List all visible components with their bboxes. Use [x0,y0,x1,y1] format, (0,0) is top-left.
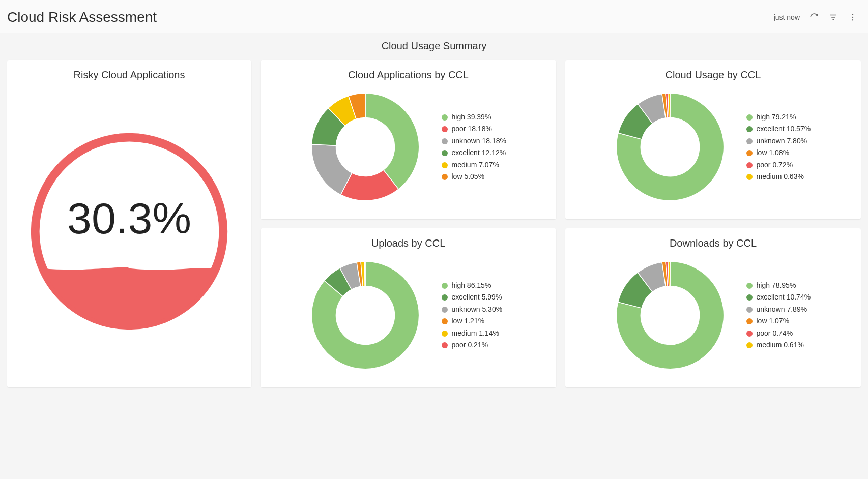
legend-swatch [442,114,448,121]
card-uploads-ccl: Uploads by CCL high 86.15%excellent 5.99… [261,228,556,387]
legend-swatch [746,283,753,289]
legend-item-unknown[interactable]: unknown 7.89% [746,305,818,314]
legend-label: medium 1.14% [452,329,499,338]
legend-swatch [442,138,448,144]
legend-swatch [746,138,753,144]
legend-swatch [746,126,753,132]
legend-item-excellent[interactable]: excellent 10.74% [746,293,818,302]
legend-item-poor[interactable]: poor 0.21% [442,341,513,350]
legend-item-excellent[interactable]: excellent 12.12% [442,148,513,158]
more-icon[interactable] [848,12,858,22]
legend-item-high[interactable]: high 78.95% [746,281,818,290]
legend-swatch [442,150,448,156]
refresh-icon[interactable] [809,12,819,22]
card-downloads-ccl: Downloads by CCL high 78.95%excellent 10… [565,228,861,387]
card-title-uploads-ccl: Uploads by CCL [271,237,546,249]
card-apps-ccl: Cloud Applications by CCL high 39.39%poo… [261,60,556,219]
legend-label: medium 0.63% [757,172,804,182]
legend-label: excellent 10.57% [757,125,811,134]
legend-label: high 39.39% [452,113,491,122]
legend-downloads: high 78.95%excellent 10.74%unknown 7.89%… [746,281,818,350]
card-title-apps-ccl: Cloud Applications by CCL [271,69,546,81]
donut-apps[interactable] [304,86,426,208]
legend-label: low 1.07% [757,317,790,326]
legend-label: unknown 5.30% [452,305,503,314]
legend-swatch [442,294,448,301]
legend-label: poor 0.21% [452,341,488,350]
legend-item-high[interactable]: high 86.15% [442,281,513,290]
legend-swatch [746,294,753,301]
legend-label: medium 7.07% [452,161,499,170]
legend-swatch [746,331,753,337]
gauge-chart[interactable]: 30.3% [22,125,236,338]
legend-label: poor 0.74% [757,329,793,338]
header: Cloud Risk Assessment just now [0,0,868,33]
gauge-fill [43,267,216,325]
legend-item-unknown[interactable]: unknown 18.18% [442,137,513,146]
legend-swatch [442,126,448,132]
legend-label: low 1.21% [452,317,485,326]
legend-item-unknown[interactable]: unknown 7.80% [746,137,818,146]
legend-item-medium[interactable]: medium 7.07% [442,161,513,170]
legend-swatch [746,318,753,324]
legend-label: high 79.21% [757,113,796,122]
legend-item-low[interactable]: low 5.05% [442,172,513,182]
header-actions: just now [774,12,858,22]
legend-usage: high 79.21%excellent 10.57%unknown 7.80%… [746,113,818,182]
legend-item-poor[interactable]: poor 0.74% [746,329,818,338]
donut-uploads[interactable] [304,254,426,376]
card-title-risky-apps: Risky Cloud Applications [17,69,241,81]
legend-swatch [442,331,448,337]
legend-item-high[interactable]: high 79.21% [746,113,818,122]
legend-item-low[interactable]: low 1.07% [746,317,818,326]
legend-item-unknown[interactable]: unknown 5.30% [442,305,513,314]
legend-swatch [442,318,448,324]
legend-item-low[interactable]: low 1.08% [746,148,818,158]
legend-swatch [442,283,448,289]
legend-label: low 1.08% [757,148,790,158]
legend-item-poor[interactable]: poor 0.72% [746,161,818,170]
legend-apps: high 39.39%poor 18.18%unknown 18.18%exce… [442,113,513,182]
legend-swatch [442,307,448,313]
card-usage-ccl: Cloud Usage by CCL high 79.21%excellent … [565,60,861,219]
legend-item-medium[interactable]: medium 0.63% [746,172,818,182]
donut-usage[interactable] [609,86,731,208]
legend-swatch [442,174,448,180]
legend-swatch [746,114,753,121]
legend-item-high[interactable]: high 39.39% [442,113,513,122]
legend-swatch [746,342,753,348]
dashboard-grid: Risky Cloud Applications 30.3% Cloud App… [0,60,868,395]
legend-label: medium 0.61% [757,341,804,350]
legend-label: low 5.05% [452,172,485,182]
legend-swatch [746,162,753,168]
legend-label: high 86.15% [452,281,491,290]
svg-point-3 [852,14,853,15]
legend-item-poor[interactable]: poor 18.18% [442,125,513,134]
page-title: Cloud Risk Assessment [7,9,157,25]
legend-label: poor 18.18% [452,125,492,134]
legend-uploads: high 86.15%excellent 5.99%unknown 5.30%l… [442,281,513,350]
legend-label: poor 0.72% [757,161,793,170]
legend-label: unknown 7.80% [757,137,807,146]
legend-item-medium[interactable]: medium 1.14% [442,329,513,338]
legend-label: excellent 10.74% [757,293,811,302]
last-refresh-label: just now [774,13,800,21]
legend-item-excellent[interactable]: excellent 5.99% [442,293,513,302]
legend-label: excellent 12.12% [452,148,506,158]
card-title-usage-ccl: Cloud Usage by CCL [575,69,851,81]
donut-downloads[interactable] [609,254,731,376]
svg-point-4 [852,17,853,18]
legend-item-medium[interactable]: medium 0.61% [746,341,818,350]
legend-item-low[interactable]: low 1.21% [442,317,513,326]
legend-label: unknown 18.18% [452,137,506,146]
legend-item-excellent[interactable]: excellent 10.57% [746,125,818,134]
card-risky-apps: Risky Cloud Applications 30.3% [7,60,251,387]
legend-swatch [746,150,753,156]
legend-swatch [746,307,753,313]
donut-slice-poor[interactable] [364,261,365,286]
svg-point-5 [852,19,853,20]
card-title-downloads-ccl: Downloads by CCL [575,237,851,249]
filter-icon[interactable] [828,12,838,22]
legend-label: high 78.95% [757,281,796,290]
legend-swatch [442,162,448,168]
